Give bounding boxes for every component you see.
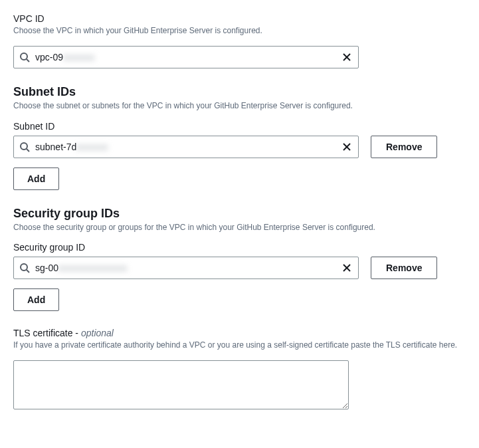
tls-title-text: TLS certificate (13, 328, 72, 338)
subnet-label: Subnet ID (13, 121, 466, 132)
security-group-input[interactable]: sg-00 xxxxxxxxxxxxx (13, 257, 359, 279)
vpc-id-helper: Choose the VPC in which your GitHub Ente… (13, 25, 466, 37)
clear-icon[interactable] (341, 141, 353, 153)
subnet-id-redacted: xxxxxx (76, 142, 108, 152)
remove-security-group-button[interactable]: Remove (371, 257, 437, 279)
subnet-id-value: subnet-7d (35, 142, 76, 152)
vpc-id-redacted: xxxxxx (63, 52, 95, 62)
tls-helper: If you have a private certificate author… (13, 340, 466, 351)
svg-point-4 (21, 143, 27, 150)
tls-textarea[interactable] (13, 360, 349, 409)
subnet-helper: Choose the subnet or subnets for the VPC… (13, 100, 466, 112)
add-subnet-button[interactable]: Add (13, 168, 59, 190)
svg-point-8 (21, 264, 27, 271)
security-group-heading: Security group IDs (13, 207, 466, 221)
remove-subnet-button[interactable]: Remove (371, 136, 437, 158)
tls-dash: - (72, 328, 80, 338)
search-icon (19, 142, 30, 152)
security-group-redacted: xxxxxxxxxxxxx (58, 263, 128, 273)
clear-icon[interactable] (341, 51, 353, 63)
security-group-label: Security group ID (13, 242, 466, 253)
search-icon (19, 52, 30, 62)
security-group-helper: Choose the security group or groups for … (13, 222, 466, 233)
vpc-id-value: vpc-09 (35, 52, 63, 62)
svg-point-0 (21, 53, 27, 60)
clear-icon[interactable] (341, 262, 353, 274)
vpc-id-input[interactable]: vpc-09 xxxxxx (13, 46, 359, 68)
search-icon (19, 263, 30, 273)
subnet-id-input[interactable]: subnet-7d xxxxxx (13, 136, 359, 158)
svg-line-5 (27, 149, 29, 152)
tls-title: TLS certificate - optional (13, 328, 466, 338)
svg-line-9 (27, 270, 29, 273)
svg-line-1 (27, 59, 29, 62)
add-security-group-button[interactable]: Add (13, 288, 59, 311)
tls-optional: optional (81, 328, 114, 338)
security-group-value: sg-00 (35, 263, 58, 273)
subnet-heading: Subnet IDs (13, 85, 466, 99)
vpc-id-title: VPC ID (13, 13, 466, 24)
